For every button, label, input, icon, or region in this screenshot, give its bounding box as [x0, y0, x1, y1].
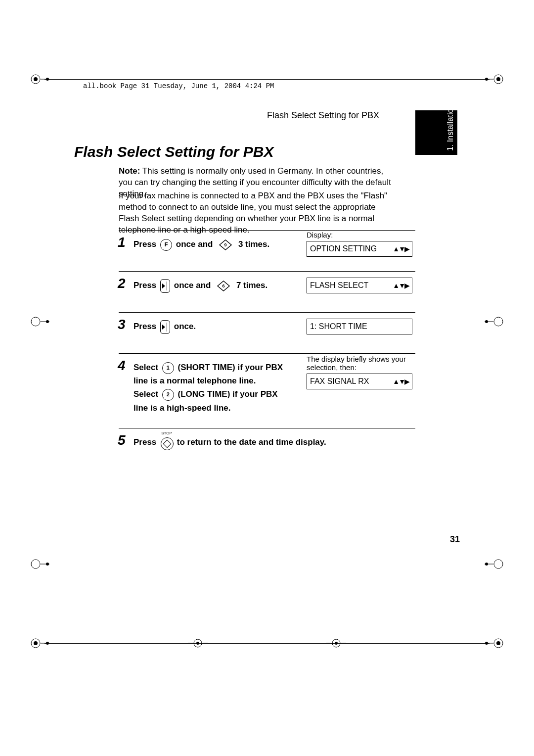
- step-number: 2: [118, 276, 132, 291]
- svg-point-37: [335, 642, 338, 645]
- keypad-2-icon: 2: [162, 389, 174, 401]
- crop-mark-icon: [30, 554, 49, 574]
- section-tab: 1. Installation: [415, 110, 457, 155]
- page-title: Flash Select Setting for PBX: [74, 143, 273, 160]
- step-number: 3: [118, 317, 132, 332]
- display-column: FLASH SELECT ▲▼▶: [307, 278, 415, 293]
- crop-rule-top: [44, 79, 490, 80]
- step-text-segment: once.: [174, 322, 196, 331]
- lcd-text: FAX SIGNAL RX: [310, 377, 369, 386]
- lcd-display: FAX SIGNAL RX ▲▼▶: [307, 374, 412, 389]
- step-text-segment: Press: [134, 239, 159, 249]
- step-text-segment: once and: [174, 281, 213, 290]
- svg-point-15: [494, 317, 503, 326]
- svg-point-27: [46, 642, 49, 645]
- svg-point-18: [31, 560, 40, 568]
- lcd-text: 1: SHORT TIME: [310, 322, 367, 331]
- note-label: Note:: [119, 166, 140, 176]
- nav-arrows-icon: ▲▼▶: [393, 245, 409, 253]
- page-number: 31: [0, 534, 460, 545]
- lcd-display: 1: SHORT TIME: [307, 319, 412, 334]
- step-row: 2 Press once and 6 7 times. FLASH SELECT…: [119, 271, 415, 312]
- step-text: Press STOP to return to the date and tim…: [134, 435, 381, 450]
- svg-text:6: 6: [222, 284, 225, 288]
- svg-point-31: [485, 642, 488, 645]
- arrow-key-icon: [160, 279, 170, 293]
- crop-header: all.book Page 31 Tuesday, June 1, 2004 4…: [83, 82, 274, 90]
- step-text-segment: 3 times.: [238, 239, 269, 249]
- lcd-display: OPTION SETTING ▲▼▶: [307, 241, 412, 257]
- svg-point-9: [496, 77, 500, 81]
- display-column: Display: OPTION SETTING ▲▼▶: [307, 231, 415, 257]
- step-row: 1 Press F once and 9 3 times. Display: O…: [119, 230, 415, 271]
- step-number: 1: [118, 235, 132, 250]
- display-column: 1: SHORT TIME: [307, 319, 415, 334]
- arrow-key-icon: [160, 320, 170, 334]
- lcd-text: OPTION SETTING: [310, 244, 377, 253]
- stop-label: STOP: [160, 430, 173, 437]
- step-text-segment: Select: [134, 389, 161, 399]
- svg-point-11: [485, 78, 488, 81]
- crop-mark-icon: [30, 69, 49, 89]
- lcd-text: FLASH SELECT: [310, 281, 368, 290]
- svg-point-33: [196, 642, 199, 645]
- svg-point-12: [31, 317, 40, 326]
- svg-point-5: [34, 77, 38, 81]
- crop-mark-icon: [326, 633, 346, 653]
- crop-mark-icon: [485, 633, 504, 653]
- step-text: Press once and 6 7 times.: [134, 279, 292, 293]
- svg-point-23: [485, 563, 488, 566]
- keypad-9-icon: 9: [217, 239, 234, 250]
- crop-mark-icon: [485, 554, 504, 574]
- crop-mark-icon: [485, 312, 504, 331]
- keypad-1-icon: 1: [162, 362, 174, 374]
- svg-point-25: [34, 641, 38, 645]
- step-text: Press once.: [134, 320, 292, 334]
- steps-list: 1 Press F once and 9 3 times. Display: O…: [119, 230, 415, 469]
- step-text-segment: Press: [134, 322, 159, 331]
- svg-point-21: [494, 560, 503, 568]
- keypad-6-icon: 6: [215, 281, 232, 291]
- step-text: Select 1 (SHORT TIME) if your PBX line i…: [134, 361, 292, 415]
- svg-point-14: [46, 320, 49, 323]
- svg-text:9: 9: [224, 242, 227, 247]
- section-tab-label: 1. Installation: [446, 104, 455, 151]
- crop-mark-icon: [30, 312, 49, 331]
- step-text-segment: Press: [134, 437, 159, 447]
- crop-mark-icon: [485, 69, 504, 89]
- nav-arrows-icon: ▲▼▶: [393, 282, 409, 289]
- crop-mark-icon: [188, 633, 208, 653]
- step-number: 4: [118, 358, 132, 374]
- svg-point-20: [46, 563, 49, 566]
- display-label: Display:: [307, 231, 415, 239]
- step-text: Press F once and 9 3 times.: [134, 237, 292, 251]
- intro-paragraph: If your fax machine is connected to a PB…: [119, 190, 396, 236]
- step-text-segment: Press: [134, 281, 159, 290]
- stop-key-icon: STOP: [160, 435, 173, 450]
- step-row: 4 Select 1 (SHORT TIME) if your PBX line…: [119, 353, 415, 428]
- svg-point-29: [496, 641, 500, 645]
- nav-arrows-icon: ▲▼▶: [393, 378, 409, 385]
- f-key-icon: F: [160, 239, 172, 251]
- step-row: 3 Press once. 1: SHORT TIME: [119, 312, 415, 353]
- running-head: Flash Select Setting for PBX: [267, 110, 379, 121]
- step-text-segment: once and: [176, 239, 215, 249]
- display-column: The display briefly shows your selection…: [307, 355, 415, 389]
- step-text-segment: Select: [134, 363, 161, 372]
- step-number: 5: [118, 432, 132, 448]
- display-note: The display briefly shows your selection…: [307, 355, 415, 372]
- step-row: 5 Press STOP to return to the date and t…: [119, 428, 415, 469]
- svg-point-7: [46, 78, 49, 81]
- crop-rule-bottom: [44, 643, 490, 644]
- step-text-segment: 7 times.: [236, 281, 267, 290]
- lcd-display: FLASH SELECT ▲▼▶: [307, 278, 412, 293]
- crop-mark-icon: [30, 633, 49, 653]
- step-text-segment: to return to the date and time display.: [177, 437, 326, 447]
- svg-point-17: [485, 320, 488, 323]
